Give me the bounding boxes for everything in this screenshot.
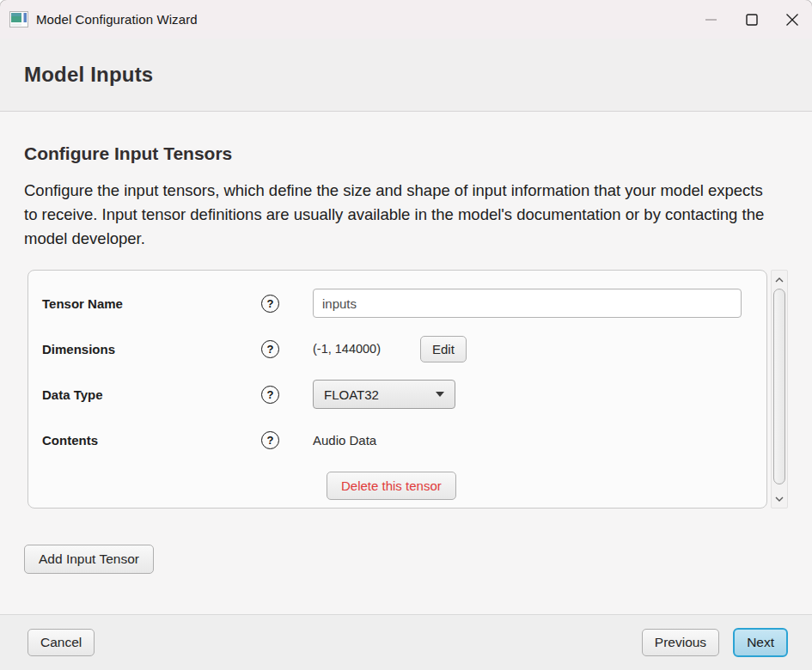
- data-type-row: Data Type ? FLOAT32: [42, 380, 766, 409]
- maximize-icon: [746, 14, 758, 26]
- chevron-up-icon: [775, 277, 784, 283]
- page-title: Model Inputs: [24, 63, 153, 87]
- minimize-button[interactable]: [691, 0, 731, 39]
- delete-row: Delete this tensor: [42, 471, 766, 500]
- dimensions-row: Dimensions ? (-1, 144000) Edit: [42, 334, 766, 363]
- contents-control: Audio Data: [313, 433, 766, 448]
- contents-help-icon[interactable]: ?: [261, 431, 279, 449]
- edit-dimensions-button[interactable]: Edit: [420, 336, 467, 362]
- dimensions-value: (-1, 144000): [313, 342, 420, 356]
- close-button[interactable]: [772, 0, 812, 39]
- scrollbar-thumb[interactable]: [773, 289, 785, 484]
- footer: Cancel Previous Next: [0, 614, 812, 670]
- tensor-name-control: [313, 289, 766, 318]
- data-type-help-icon[interactable]: ?: [261, 386, 279, 404]
- tensor-name-row: Tensor Name ?: [42, 289, 766, 318]
- window-title: Model Configuration Wizard: [36, 12, 198, 27]
- scroll-up-button[interactable]: [772, 272, 787, 287]
- contents-row: Contents ? Audio Data: [42, 425, 766, 454]
- next-button[interactable]: Next: [733, 628, 788, 657]
- delete-tensor-button[interactable]: Delete this tensor: [327, 472, 456, 500]
- dimensions-control: (-1, 144000) Edit: [313, 336, 766, 362]
- delete-control: Delete this tensor: [313, 472, 766, 500]
- data-type-selected-value: FLOAT32: [324, 387, 436, 402]
- contents-value: Audio Data: [313, 433, 376, 448]
- tensor-name-input[interactable]: [313, 289, 742, 318]
- panel-scrollbar[interactable]: [771, 270, 788, 509]
- section-title: Configure Input Tensors: [24, 112, 788, 164]
- tensor-config-panel: Tensor Name ? Dimensions ? (-1, 144000) …: [27, 270, 767, 509]
- cancel-button[interactable]: Cancel: [27, 629, 95, 656]
- dimensions-label: Dimensions: [42, 342, 261, 356]
- data-type-label: Data Type: [42, 387, 261, 402]
- model-configuration-wizard-window: Model Configuration Wizard Model Inputs …: [0, 0, 812, 670]
- data-type-dropdown[interactable]: FLOAT32: [313, 380, 455, 409]
- data-type-control: FLOAT32: [313, 380, 766, 409]
- scroll-down-button[interactable]: [772, 491, 787, 506]
- titlebar: Model Configuration Wizard: [0, 0, 812, 39]
- chevron-down-icon: [775, 496, 784, 502]
- section-description: Configure the input tensors, which defin…: [24, 179, 773, 251]
- app-window-icon: [9, 11, 28, 27]
- tensor-name-label: Tensor Name: [42, 296, 261, 311]
- minimize-icon: [705, 19, 717, 21]
- page-header: Model Inputs: [0, 39, 812, 112]
- previous-button[interactable]: Previous: [642, 629, 719, 656]
- add-input-tensor-button[interactable]: Add Input Tensor: [24, 545, 154, 574]
- main-content: Configure Input Tensors Configure the in…: [0, 112, 812, 574]
- close-icon: [786, 14, 798, 26]
- tensor-name-help-icon[interactable]: ?: [261, 295, 279, 313]
- window-controls: [691, 0, 812, 39]
- maximize-button[interactable]: [731, 0, 772, 39]
- contents-label: Contents: [42, 433, 261, 448]
- tensor-panel-wrap: Tensor Name ? Dimensions ? (-1, 144000) …: [27, 270, 788, 509]
- dimensions-help-icon[interactable]: ?: [261, 340, 279, 358]
- chevron-down-icon: [436, 392, 444, 397]
